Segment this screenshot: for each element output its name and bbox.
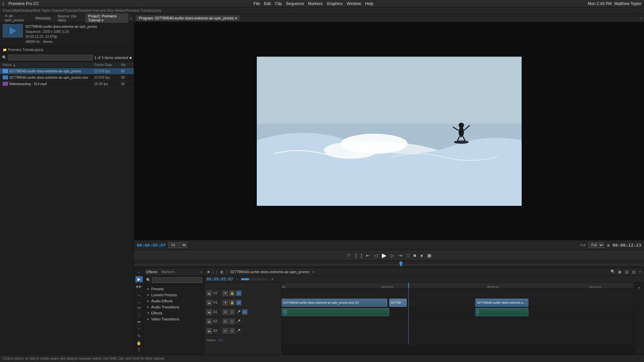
tl-zoom-out[interactable]: -: [236, 276, 238, 282]
rolling-edit-tool[interactable]: ⎯: [135, 298, 143, 304]
program-expand-icon[interactable]: »: [640, 16, 642, 20]
menu-help[interactable]: Help: [365, 1, 373, 6]
a1-target-btn[interactable]: A1: [242, 309, 247, 315]
tab-metadata[interactable]: Metadata: [33, 15, 54, 21]
effects-tab[interactable]: Effects: [146, 270, 157, 274]
go-to-in-button[interactable]: ⇤: [365, 252, 371, 259]
track-select-tool[interactable]: ▶▶: [135, 283, 143, 289]
markers-tab[interactable]: Markers: [161, 270, 175, 274]
effects-search-input[interactable]: [152, 277, 202, 283]
timeline-timecode[interactable]: 00:00:05:07: [207, 277, 233, 282]
v1-vis-btn[interactable]: 👁: [223, 300, 228, 305]
menu-edit[interactable]: Edit: [264, 1, 271, 6]
camera-button[interactable]: ●: [419, 252, 423, 259]
panel-expand-icon[interactable]: »: [130, 16, 132, 20]
v2-sync-btn[interactable]: ◒: [207, 291, 212, 296]
a1-solo-btn[interactable]: S: [229, 309, 235, 315]
rt-add-track[interactable]: +: [636, 284, 643, 291]
effect-presets[interactable]: ► Presets: [144, 286, 204, 292]
v1-target-btn[interactable]: V1: [236, 300, 241, 305]
menu-graphics[interactable]: Graphics: [327, 1, 343, 6]
selection-tool[interactable]: ▶: [135, 276, 143, 282]
tab-air-spin[interactable]: ✕ air-spin_prores: [2, 13, 32, 23]
scrubber-bar[interactable]: [134, 261, 644, 267]
rate-stretch-tool[interactable]: ↭: [135, 305, 143, 311]
slide-tool[interactable]: ↔: [135, 326, 143, 332]
timeline-ruler[interactable]: 00:00 00:04:23 00:09:23 00:14:23: [282, 283, 634, 289]
col-header-name[interactable]: Name ▲: [3, 63, 94, 67]
v2-lock-btn[interactable]: 🔓: [229, 291, 235, 296]
timeline-search-icon[interactable]: 🔍: [610, 269, 615, 274]
tl-mark-in[interactable]: 〈: [212, 269, 214, 275]
a2-solo-btn[interactable]: S: [229, 319, 235, 324]
search-input[interactable]: [8, 55, 93, 60]
play-button[interactable]: ▶: [381, 251, 387, 260]
a3-solo-btn[interactable]: S: [229, 328, 235, 334]
file-item-0[interactable]: 027799540-surfer-does-extreme-air-spin_p…: [0, 68, 134, 74]
go-to-out-button[interactable]: ⇥: [398, 252, 403, 259]
slip-tool[interactable]: ⬌: [135, 319, 143, 325]
menu-window[interactable]: Window: [347, 1, 361, 6]
new-bin-icon[interactable]: ■: [129, 56, 132, 60]
fit-dropdown[interactable]: Fit 25% 50% 75% 100%: [168, 242, 187, 248]
menu-sequence[interactable]: Sequence: [286, 1, 304, 6]
mark-in-button[interactable]: {: [354, 252, 357, 259]
a1-clip-0[interactable]: [282, 308, 389, 316]
step-fwd-button[interactable]: ▷: [390, 252, 395, 259]
program-timecode[interactable]: 00:00:05:07: [137, 243, 166, 248]
pen-tool[interactable]: ✎: [135, 333, 143, 339]
effects-expand-btn[interactable]: »: [200, 270, 202, 274]
type-tool[interactable]: T: [135, 347, 143, 353]
file-item-2[interactable]: Wakeboarding - 914.mp4 25.00 fps 00: [0, 81, 134, 87]
a3-mute-btn[interactable]: M: [223, 328, 228, 334]
col-header-fps[interactable]: Frame Rate: [94, 63, 121, 67]
marker-button[interactable]: ⚐: [346, 252, 352, 259]
mark-out-button[interactable]: }: [360, 252, 363, 259]
tl-add-marker[interactable]: ■: [207, 269, 210, 275]
step-back-button[interactable]: ◁: [373, 252, 378, 259]
a1-sync-btn[interactable]: ◒: [207, 309, 212, 315]
v2-vis-btn[interactable]: 👁: [223, 291, 228, 296]
effect-audio-effects[interactable]: ► Audio Effects: [144, 298, 204, 304]
tl-add-track[interactable]: +: [638, 269, 642, 275]
v1-lock-btn[interactable]: 🔓: [229, 300, 235, 305]
menu-markers[interactable]: Markers: [308, 1, 323, 6]
tl-snap[interactable]: ◐: [220, 269, 224, 275]
tab-source[interactable]: Source: (no clips): [55, 13, 84, 23]
hand-tool[interactable]: ✋: [135, 340, 143, 346]
tl-zoom-in[interactable]: +: [271, 276, 274, 282]
tab-program-monitor[interactable]: Program: 027799540-surfer-does-extreme-a…: [136, 15, 240, 21]
menu-file[interactable]: File: [253, 1, 260, 6]
v2-target-btn[interactable]: V2: [236, 291, 241, 296]
effect-audio-transitions[interactable]: ► Audio Transitions: [144, 304, 204, 310]
v1-clip-2[interactable]: 027799540-surfer-does-extreme-air-spin_p…: [475, 299, 528, 307]
apple-menu[interactable]: : [3, 1, 4, 6]
tl-blade[interactable]: 〈: [226, 269, 228, 275]
timeline-zoom-slider[interactable]: [241, 278, 268, 280]
a3-sync-btn[interactable]: ◒: [207, 328, 212, 334]
tl-settings[interactable]: ▣: [617, 269, 622, 275]
timeline-menu-icon[interactable]: ≡: [312, 270, 314, 274]
tl-tools1[interactable]: ▤: [624, 269, 629, 275]
file-item-1[interactable]: 027799540-surfer-does-extreme-air-spin_p…: [0, 74, 134, 81]
ripple-edit-tool[interactable]: ⎯: [135, 291, 143, 297]
quality-dropdown[interactable]: Full 1/2 1/4: [588, 242, 604, 248]
v1-sync-btn[interactable]: ◒: [207, 300, 212, 305]
lift-button[interactable]: □: [406, 252, 410, 259]
effect-lumetri-presets[interactable]: ► Lumetri Presets: [144, 292, 204, 298]
a2-mute-btn[interactable]: M: [223, 319, 228, 324]
a2-sync-btn[interactable]: ◒: [207, 319, 212, 324]
a1-mute-btn[interactable]: M: [223, 309, 228, 315]
multitrack-button[interactable]: ▣: [426, 252, 432, 259]
extract-button[interactable]: ■: [413, 252, 417, 259]
a1-clip-1[interactable]: [475, 308, 528, 316]
effect-video-effects[interactable]: ▼ Effects: [144, 310, 204, 316]
tab-project[interactable]: Project: Premiere Tutorial ≡: [85, 13, 128, 23]
tl-mark-out[interactable]: 〉: [216, 269, 218, 275]
v1-clip-1[interactable]: 027799: [389, 299, 407, 307]
v1-clip-0[interactable]: 027799540-surfer-does-extreme-air-spin_p…: [282, 299, 387, 307]
razor-tool[interactable]: 〈: [135, 312, 143, 318]
menu-clip[interactable]: Clip: [275, 1, 282, 6]
tl-tools2[interactable]: ▤: [631, 269, 636, 275]
scrubber-playhead[interactable]: [399, 261, 403, 267]
